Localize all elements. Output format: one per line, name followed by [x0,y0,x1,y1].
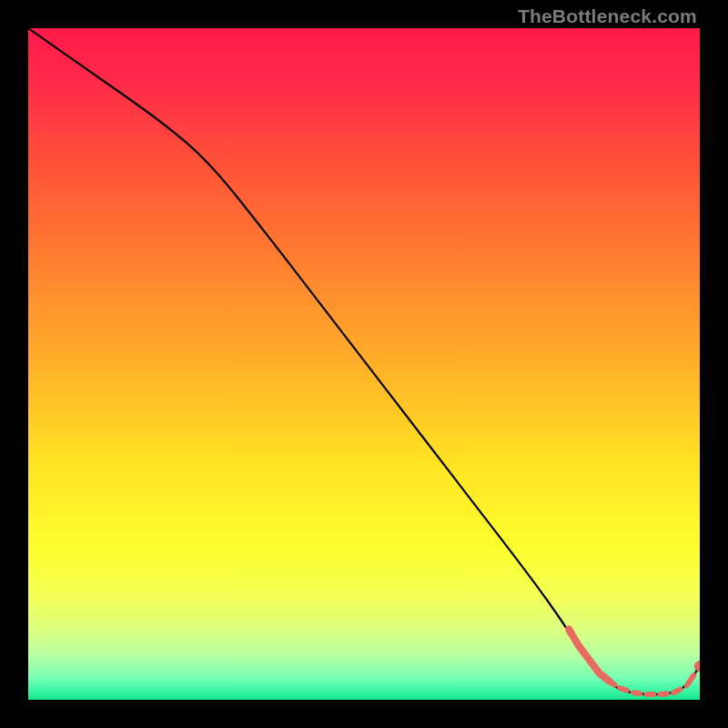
marker-dot [567,627,571,632]
marker-dash [675,690,681,693]
marker-dash [611,682,614,684]
marker-dot [577,644,581,649]
marker-dot [644,693,649,697]
bottleneck-curve [28,28,700,694]
marker-dot [607,679,612,683]
marker-dot [587,657,592,662]
marker-dot [657,693,662,697]
marker-dash [662,693,667,694]
marker-group [567,627,700,696]
marker-dot [617,685,622,690]
marker-dot [597,671,602,675]
marker-dash [688,675,693,683]
marker-dot [684,684,689,689]
marker-dot [631,690,635,694]
watermark-label: TheBottleneck.com [518,5,697,27]
marker-dot [671,691,675,695]
marker-end-dot [695,662,701,672]
marker-thick-segment [569,630,609,682]
curve-layer [28,28,700,700]
plot-area [28,28,700,700]
marker-dash [634,693,640,693]
chart-stage: TheBottleneck.com [0,0,728,728]
marker-dash [622,688,627,690]
